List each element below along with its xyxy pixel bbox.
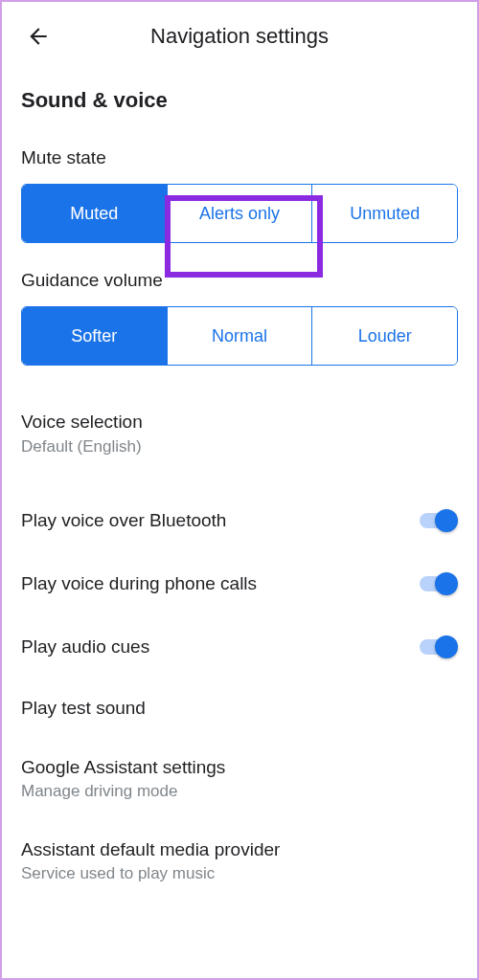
assistant-subtitle: Manage driving mode	[21, 782, 458, 801]
phone-calls-toggle[interactable]	[416, 571, 458, 596]
audio-cues-toggle[interactable]	[416, 635, 458, 659]
audio-cues-row[interactable]: Play audio cues	[21, 615, 458, 679]
arrow-left-icon	[26, 24, 51, 49]
phone-calls-row[interactable]: Play voice during phone calls	[21, 552, 458, 615]
page-title: Navigation settings	[56, 24, 423, 49]
phone-calls-label: Play voice during phone calls	[21, 573, 416, 594]
test-sound-label: Play test sound	[21, 698, 458, 719]
volume-louder[interactable]: Louder	[312, 307, 457, 365]
voice-selection-row[interactable]: Voice selection Default (English)	[21, 392, 458, 476]
mute-state-muted[interactable]: Muted	[22, 185, 168, 242]
mute-state-label: Mute state	[21, 147, 458, 168]
toggle-thumb	[435, 572, 458, 595]
test-sound-row[interactable]: Play test sound	[21, 679, 458, 738]
guidance-volume-label: Guidance volume	[21, 270, 458, 291]
volume-softer[interactable]: Softer	[22, 307, 168, 365]
header: Navigation settings	[2, 2, 477, 69]
mute-state-unmuted[interactable]: Unmuted	[312, 185, 457, 242]
guidance-volume-control: Softer Normal Louder	[21, 306, 458, 366]
bluetooth-toggle[interactable]	[416, 508, 458, 533]
back-button[interactable]	[21, 19, 56, 54]
mute-state-control: Muted Alerts only Unmuted	[21, 184, 458, 243]
voice-selection-value: Default (English)	[21, 437, 458, 457]
section-heading: Sound & voice	[21, 88, 458, 113]
voice-selection-title: Voice selection	[21, 412, 458, 433]
media-provider-row[interactable]: Assistant default media provider Service…	[21, 820, 458, 883]
audio-cues-label: Play audio cues	[21, 636, 416, 657]
volume-normal[interactable]: Normal	[168, 307, 313, 365]
toggle-thumb	[435, 509, 458, 532]
assistant-settings-row[interactable]: Google Assistant settings Manage driving…	[21, 738, 458, 820]
content: Sound & voice Mute state Muted Alerts on…	[2, 69, 477, 883]
assistant-title: Google Assistant settings	[21, 757, 458, 778]
media-provider-title: Assistant default media provider	[21, 839, 458, 860]
toggle-thumb	[435, 635, 458, 658]
media-provider-subtitle: Service used to play music	[21, 864, 458, 883]
mute-state-alerts-only[interactable]: Alerts only	[168, 185, 313, 242]
bluetooth-row[interactable]: Play voice over Bluetooth	[21, 489, 458, 552]
bluetooth-label: Play voice over Bluetooth	[21, 510, 416, 531]
